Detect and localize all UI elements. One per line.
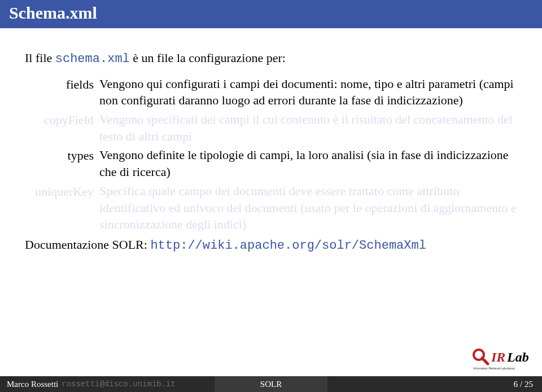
def-term: uniquerKey [25,183,99,200]
definition-list: fields Vengono qui configurati i campi d… [25,76,517,233]
svg-line-1 [482,358,488,364]
footer-page: 6 / 25 [514,380,533,389]
def-desc: Vengono definite le tipologie di campi, … [99,147,517,180]
footer-center: SOLR [215,376,327,392]
def-row: fields Vengono qui configurati i campi d… [25,76,517,109]
svg-text:IR: IR [491,350,505,364]
footer-email: rossetti@disco.unimib.it [62,380,176,389]
def-row: copyField Vengono specificati dei campi … [25,111,517,144]
footer-center-text: SOLR [260,380,282,389]
def-desc: Vengono specificati dei campi il cui con… [99,111,517,144]
slide-title: Schema.xml [9,3,97,22]
footer-gap [327,376,507,392]
slide-title-bar: Schema.xml [0,0,542,28]
intro-line: Il file schema.xml è un file la configur… [25,50,517,68]
footer-author: Marco Rossetti [7,380,58,389]
doc-link-url: http://wiki.apache.org/solr/SchemaXml [150,239,426,253]
intro-filename: schema.xml [55,52,130,66]
svg-text:Lab: Lab [506,350,529,364]
footer-left: Marco Rossetti rossetti@disco.unimib.it [0,376,215,392]
intro-suffix: è un file la configurazione per: [130,51,286,65]
def-term: fields [25,76,99,93]
def-term: types [25,147,99,164]
footer-bar: Marco Rossetti rossetti@disco.unimib.it … [0,376,542,392]
def-desc: Specifica quale campo dei documenti deve… [99,183,517,233]
irlab-logo-icon: IR Lab Information Retrieval Laboratory [470,346,532,373]
svg-text:Information Retrieval Laborato: Information Retrieval Laboratory [473,367,515,370]
def-row: uniquerKey Specifica quale campo dei doc… [25,183,517,233]
logo: IR Lab Information Retrieval Laboratory [470,346,532,373]
intro-prefix: Il file [25,51,55,65]
def-desc: Vengono qui configurati i campi dei docu… [99,76,517,109]
slide-content: Il file schema.xml è un file la configur… [0,28,542,254]
def-term: copyField [25,111,99,129]
def-row: types Vengono definite le tipologie di c… [25,147,517,180]
doc-link-label: Documentazione SOLR: [25,237,150,252]
doc-link-line: Documentazione SOLR: http://wiki.apache.… [25,236,517,254]
footer-right: 6 / 25 [507,376,542,392]
